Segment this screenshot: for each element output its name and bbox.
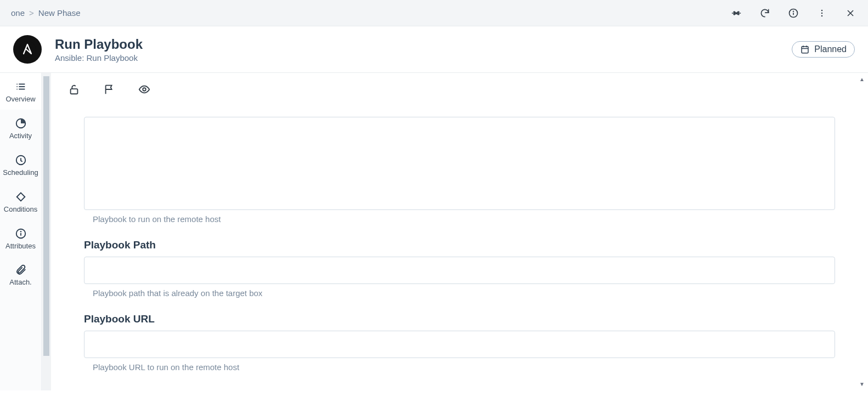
top-actions <box>730 7 857 20</box>
header-left: Run Playbook Ansible: Run Playbook <box>13 35 143 64</box>
breadcrumb-root[interactable]: one <box>11 8 25 18</box>
nav-item-scheduling[interactable]: Scheduling <box>0 146 41 183</box>
form-area: Playbook to run on the remote host Playb… <box>51 106 868 390</box>
svg-point-25 <box>143 88 146 91</box>
svg-point-5 <box>821 15 823 16</box>
nav-item-conditions[interactable]: Conditions <box>0 183 41 220</box>
page-header: Run Playbook Ansible: Run Playbook Plann… <box>0 26 868 73</box>
body: Overview Activity Scheduling Conditions … <box>0 73 868 390</box>
status-pill[interactable]: Planned <box>792 41 855 58</box>
list-icon <box>15 81 27 93</box>
content: Playbook to run on the remote host Playb… <box>51 73 868 390</box>
refresh-icon[interactable] <box>758 7 771 20</box>
nav-item-attributes[interactable]: Attributes <box>0 220 41 257</box>
more-icon[interactable] <box>815 7 828 20</box>
eye-icon[interactable] <box>137 82 152 97</box>
nav-item-attachments[interactable]: Attach. <box>0 256 41 293</box>
diamond-icon <box>15 191 27 203</box>
breadcrumb: one > New Phase <box>11 8 81 18</box>
svg-point-18 <box>16 89 18 90</box>
ansible-logo <box>13 35 42 64</box>
sidenav-scroll-thumb[interactable] <box>43 76 49 356</box>
nav-item-activity[interactable]: Activity <box>0 110 41 146</box>
svg-point-16 <box>16 84 18 85</box>
close-icon[interactable] <box>844 7 857 20</box>
svg-point-3 <box>821 9 823 11</box>
svg-rect-9 <box>802 47 808 53</box>
title-block: Run Playbook Ansible: Run Playbook <box>55 37 143 63</box>
svg-point-8 <box>19 41 36 58</box>
content-actions <box>51 73 868 106</box>
svg-point-4 <box>821 12 823 14</box>
page-title: Run Playbook <box>55 37 143 52</box>
pie-icon <box>15 117 27 129</box>
sidenav-scrollbar[interactable] <box>42 73 51 390</box>
nav-label: Attach. <box>9 278 31 287</box>
nav-label: Activity <box>9 132 32 141</box>
playbook-path-label: Playbook Path <box>84 239 835 251</box>
nav-label: Conditions <box>4 205 37 214</box>
breadcrumb-separator: > <box>29 8 34 18</box>
breadcrumb-current: New Phase <box>38 8 81 18</box>
svg-point-2 <box>793 11 794 12</box>
playbook-path-helper: Playbook path that is already on the tar… <box>84 288 835 298</box>
svg-point-23 <box>20 231 21 231</box>
paperclip-icon <box>15 264 27 276</box>
info-circle-icon <box>15 228 27 240</box>
side-nav: Overview Activity Scheduling Conditions … <box>0 73 42 390</box>
info-icon[interactable] <box>787 7 800 20</box>
nav-label: Attributes <box>5 242 36 251</box>
unlock-icon[interactable] <box>66 82 82 97</box>
page-subtitle: Ansible: Run Playbook <box>55 53 143 63</box>
collapse-icon[interactable] <box>730 7 743 20</box>
nav-label: Overview <box>5 95 35 104</box>
playbook-url-input[interactable] <box>84 331 835 358</box>
playbook-path-input[interactable] <box>84 257 835 284</box>
topbar: one > New Phase <box>0 0 868 26</box>
svg-rect-24 <box>71 89 78 94</box>
playbook-helper: Playbook to run on the remote host <box>84 214 835 224</box>
playbook-textarea[interactable] <box>84 117 835 210</box>
nav-label: Scheduling <box>3 168 38 178</box>
playbook-url-helper: Playbook URL to run on the remote host <box>84 362 835 372</box>
nav-item-overview[interactable]: Overview <box>0 73 41 110</box>
svg-point-17 <box>16 86 18 87</box>
clock-icon <box>15 154 27 166</box>
status-label: Planned <box>814 44 847 54</box>
calendar-icon <box>800 44 810 54</box>
playbook-url-label: Playbook URL <box>84 313 835 325</box>
flag-icon[interactable] <box>102 82 117 97</box>
